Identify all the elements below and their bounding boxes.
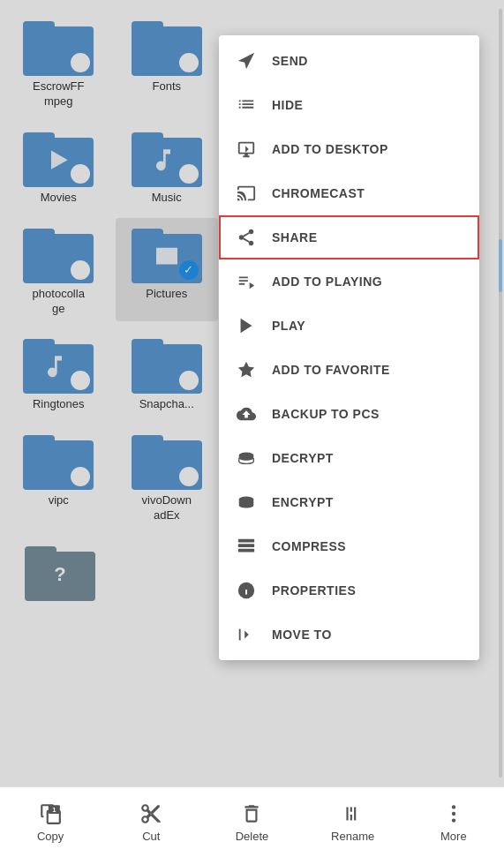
play-icon	[235, 314, 258, 337]
copy-icon: 1	[38, 801, 63, 826]
toolbar-copy[interactable]: 1 Copy	[15, 801, 86, 843]
svg-marker-6	[241, 319, 252, 334]
menu-label-hide: HIDE	[272, 98, 303, 112]
menu-label-chromecast: CHROMECAST	[272, 186, 365, 200]
compress-icon	[235, 535, 258, 558]
toolbar-rename-label: Rename	[331, 830, 374, 843]
menu-item-add-to-playing[interactable]: ADD TO PLAYING	[219, 259, 479, 304]
menu-label-move-to: MOVE TO	[272, 628, 332, 642]
svg-point-20	[452, 812, 455, 816]
menu-item-properties[interactable]: PROPERTIES	[219, 568, 479, 613]
menu-item-send[interactable]: SEND	[219, 39, 479, 83]
toolbar-more-label: More	[440, 830, 467, 843]
menu-item-decrypt[interactable]: DECRYPT	[219, 436, 479, 480]
encrypt-icon	[235, 491, 258, 514]
menu-label-encrypt: ENCRYPT	[272, 495, 334, 509]
menu-label-add-to-desktop: ADD TO DESKTOP	[272, 142, 388, 156]
svg-point-19	[452, 805, 455, 808]
menu-item-play[interactable]: PLAY	[219, 304, 479, 348]
more-icon	[441, 801, 466, 826]
menu-label-add-to-favorite: ADD TO FAVORITE	[272, 363, 390, 377]
svg-rect-10	[238, 539, 254, 543]
toolbar-copy-label: Copy	[37, 830, 64, 843]
svg-rect-12	[238, 549, 254, 553]
desktop-icon	[235, 138, 258, 161]
menu-item-backup-to-pcs[interactable]: BACKUP TO PCS	[219, 392, 479, 436]
menu-label-play: PLAY	[272, 319, 305, 333]
rename-icon	[341, 801, 365, 826]
svg-point-1	[249, 229, 254, 235]
toolbar-cut[interactable]: Cut	[116, 801, 186, 843]
svg-point-2	[239, 235, 244, 240]
menu-label-share: SHARE	[272, 230, 318, 244]
svg-rect-11	[238, 544, 254, 547]
menu-label-backup-to-pcs: BACKUP TO PCS	[272, 407, 380, 421]
star-icon	[235, 358, 258, 381]
menu-item-add-to-desktop[interactable]: ADD TO DESKTOP	[219, 127, 479, 171]
menu-item-hide[interactable]: HIDE	[219, 83, 479, 127]
delete-icon	[239, 801, 264, 826]
svg-point-3	[249, 241, 254, 246]
info-icon	[235, 579, 258, 602]
cut-icon	[139, 801, 163, 826]
context-menu: SEND HIDE ADD TO DESKTOP CHROMECAST SHAR…	[219, 35, 479, 660]
chromecast-icon	[235, 182, 258, 205]
share-icon	[235, 226, 258, 249]
menu-item-chromecast[interactable]: CHROMECAST	[219, 171, 479, 215]
decrypt-icon	[235, 447, 258, 470]
menu-item-encrypt[interactable]: ENCRYPT	[219, 480, 479, 524]
toolbar-cut-label: Cut	[142, 830, 160, 843]
menu-label-decrypt: DECRYPT	[272, 451, 334, 465]
svg-text:1: 1	[52, 806, 56, 814]
backup-icon	[235, 402, 258, 425]
svg-line-5	[244, 233, 249, 237]
toolbar-more[interactable]: More	[418, 801, 489, 843]
menu-item-move-to[interactable]: MOVE TO	[219, 613, 479, 657]
menu-item-share[interactable]: SHARE	[219, 215, 479, 259]
svg-marker-7	[238, 362, 254, 377]
menu-label-compress: COMPRESS	[272, 539, 346, 553]
menu-item-add-to-favorite[interactable]: ADD TO FAVORITE	[219, 348, 479, 392]
svg-line-4	[244, 238, 249, 242]
menu-label-add-to-playing: ADD TO PLAYING	[272, 274, 382, 289]
toolbar-rename[interactable]: Rename	[318, 801, 388, 843]
toolbar-delete-label: Delete	[236, 830, 269, 843]
menu-label-send: SEND	[272, 54, 308, 68]
move-icon	[235, 623, 258, 646]
menu-item-compress[interactable]: COMPRESS	[219, 524, 479, 568]
menu-label-properties: PROPERTIES	[272, 583, 356, 598]
hide-icon	[235, 94, 258, 117]
add-playing-icon	[235, 270, 258, 293]
svg-point-21	[452, 818, 455, 822]
toolbar-delete[interactable]: Delete	[216, 801, 287, 843]
bottom-toolbar: 1 Copy Cut Delete Rename	[0, 786, 504, 857]
send-icon	[235, 49, 258, 72]
